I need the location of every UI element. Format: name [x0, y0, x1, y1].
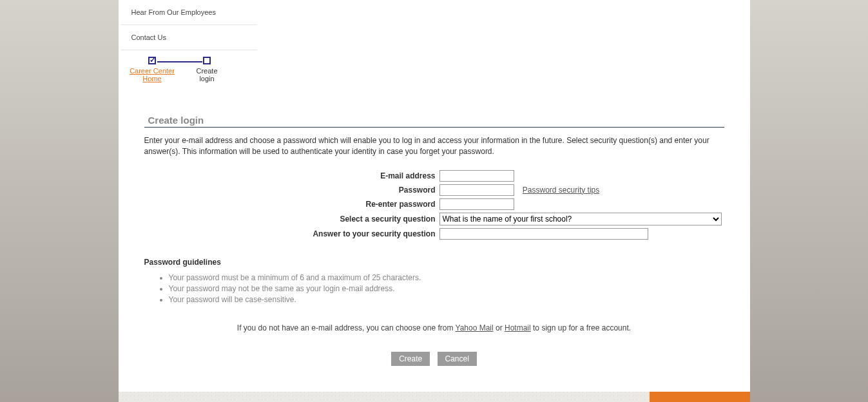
row-reenter: Re-enter password: [144, 198, 724, 210]
row-answer: Answer to your security question: [144, 228, 724, 240]
label-question: Select a security question: [144, 215, 439, 224]
password-tips-link[interactable]: Password security tips: [523, 186, 599, 195]
no-email-or: or: [494, 323, 505, 332]
row-question: Select a security question What is the n…: [144, 213, 724, 225]
label-answer: Answer to your security question: [144, 229, 439, 238]
guidelines-title: Password guidelines: [144, 258, 724, 267]
guideline-item: Your password will be case-sensitive.: [169, 295, 724, 304]
wizard-step-label: Career Center: [130, 67, 175, 75]
footer: WHO WE ARE INVESTOR RELATIONS NEWSROOM C…: [119, 392, 750, 402]
label-password: Password: [144, 186, 439, 195]
wizard-step-label2: login: [180, 75, 235, 82]
checkbox-checked-icon: [148, 57, 156, 64]
section-title: Create login: [144, 115, 724, 128]
row-password: Password Password security tips: [144, 184, 724, 196]
security-answer-field[interactable]: [439, 228, 648, 240]
top-nav: Hear From Our Employees Contact Us: [121, 0, 257, 50]
label-reenter: Re-enter password: [144, 200, 439, 209]
wizard-step-label: Create: [180, 67, 235, 75]
security-question-select[interactable]: What is the name of your first school?: [439, 213, 722, 225]
no-email-prefix: If you do not have an e-mail address, yo…: [237, 323, 456, 332]
yahoo-mail-link[interactable]: Yahoo Mail: [456, 323, 494, 332]
wizard-step-create-login: Create login: [180, 57, 235, 82]
hotmail-link[interactable]: Hotmail: [505, 323, 531, 332]
cancel-button[interactable]: Cancel: [438, 352, 477, 366]
wizard-step-career-home[interactable]: Career Center Home: [125, 57, 180, 82]
email-field[interactable]: [439, 170, 514, 182]
footer-links: WHO WE ARE INVESTOR RELATIONS NEWSROOM C…: [119, 392, 650, 402]
footer-billing-panel: BILLING: [650, 392, 750, 402]
guideline-item: Your password may not be the same as you…: [169, 284, 724, 293]
reenter-password-field[interactable]: [439, 198, 514, 210]
page-container: Hear From Our Employees Contact Us Caree…: [119, 0, 750, 402]
no-email-text: If you do not have an e-mail address, yo…: [144, 323, 724, 332]
nav-item-contact-us[interactable]: Contact Us: [121, 24, 257, 50]
main-content: Create login Enter your e-mail address a…: [119, 89, 750, 392]
wizard-step-label2: Home: [142, 75, 161, 82]
intro-text: Enter your e-mail address and choose a p…: [144, 135, 724, 157]
password-field[interactable]: [439, 184, 514, 196]
create-button[interactable]: Create: [391, 352, 430, 366]
nav-item-hear-from-employees[interactable]: Hear From Our Employees: [121, 0, 257, 25]
guideline-item: Your password must be a minimum of 6 and…: [169, 273, 724, 282]
button-row: Create Cancel: [144, 352, 724, 366]
wizard-breadcrumb: Career Center Home Create login: [125, 57, 235, 89]
guidelines-list: Your password must be a minimum of 6 and…: [157, 273, 724, 304]
label-email: E-mail address: [144, 171, 439, 180]
checkbox-empty-icon: [203, 57, 211, 64]
row-email: E-mail address: [144, 170, 724, 182]
no-email-suffix: to sign up for a free account.: [531, 323, 631, 332]
